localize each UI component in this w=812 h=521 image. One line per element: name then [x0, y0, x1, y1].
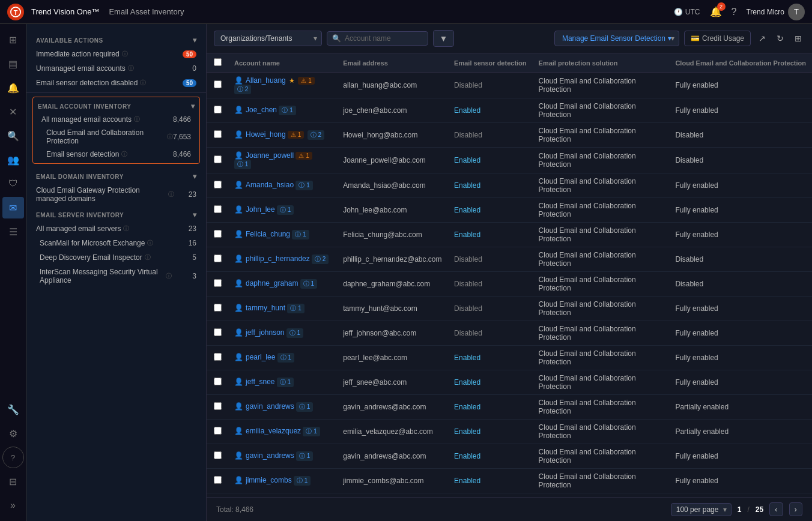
server-deep-discovery[interactable]: Deep Discovery Email Inspector ⓘ 5 [26, 250, 206, 265]
sidebar-icon-home[interactable]: ⊞ [2, 29, 24, 50]
manage-dropdown-wrapper[interactable]: Manage Email Sensor Detection ▾ [554, 31, 679, 46]
columns-button[interactable]: ⊞ [792, 31, 805, 46]
search-box[interactable]: 🔍 [327, 31, 428, 46]
user-menu[interactable]: Trend Micro T [746, 4, 805, 20]
row-checkbox-0[interactable] [214, 80, 222, 88]
account-link[interactable]: phillip_c_hernandez [246, 254, 310, 263]
row-checkbox-10[interactable] [214, 328, 222, 336]
refresh-button[interactable]: ↻ [774, 31, 787, 46]
domain-cloud-gateway[interactable]: Cloud Email Gateway Protection managed d… [26, 183, 206, 206]
email-domain-header[interactable]: EMAIL DOMAIN INVENTORY ▾ [26, 167, 206, 183]
account-link[interactable]: Joe_chen [246, 106, 277, 114]
row-checkbox-7[interactable] [214, 254, 222, 262]
account-link[interactable]: jimmie_combs [246, 476, 292, 484]
prev-page-button[interactable]: ‹ [769, 502, 783, 516]
row-checkbox-1[interactable] [214, 106, 222, 113]
account-link[interactable]: emilia_velazquez [246, 427, 301, 435]
user-icon: 👤 [234, 476, 243, 484]
server-all-managed[interactable]: All managed email servers ⓘ 23 [26, 221, 206, 236]
row-checkbox-14[interactable] [214, 427, 222, 435]
row-checkbox-13[interactable] [214, 402, 222, 410]
email-server-header[interactable]: EMAIL SERVER INVENTORY ▾ [26, 206, 206, 221]
table-footer: Total: 8,466 100 per page 50 per page 25… [207, 497, 812, 521]
star-icon: ★ [289, 77, 295, 84]
row-checkbox-2[interactable] [214, 130, 222, 138]
email-cell: allan_huang@abc.com [337, 73, 448, 98]
account-all-managed[interactable]: All managed email accounts ⓘ 8,466 [33, 113, 199, 126]
sidebar-icon-close[interactable]: ✕ [2, 101, 24, 122]
account-link[interactable]: tammy_hunt [246, 304, 285, 312]
email-account-inventory-header[interactable]: EMAIL ACCOUNT INVENTORY ▾ [33, 100, 199, 113]
account-link[interactable]: Howei_hong [246, 130, 286, 139]
share-button[interactable]: ↗ [756, 31, 769, 46]
email-cell: daphne_graham@abc.com [337, 272, 448, 297]
server-interscan[interactable]: InterScan Messaging Security Virtual App… [26, 265, 206, 288]
sidebar-icon-grid[interactable]: ⊟ [2, 471, 24, 492]
per-page-wrapper[interactable]: 100 per page 50 per page 25 per page [671, 503, 732, 516]
account-link[interactable]: Joanne_powell [246, 151, 294, 160]
header-sensor-detection: Email sensor detection [448, 53, 532, 73]
sidebar-icon-help[interactable]: ? [2, 447, 24, 468]
row-checkbox-9[interactable] [214, 304, 222, 312]
action-unmanaged[interactable]: Unmanaged email accounts ⓘ 0 [26, 61, 206, 76]
row-checkbox-15[interactable] [214, 451, 222, 459]
sidebar-icon-users[interactable]: 👥 [2, 149, 24, 170]
credit-usage-button[interactable]: 💳 Credit Usage [684, 31, 751, 46]
account-link[interactable]: John_lee [246, 205, 275, 214]
utc-clock[interactable]: 🕐 UTC [674, 8, 700, 16]
protection-solution-cell: Cloud Email and Collaboration Protection [533, 346, 670, 370]
action-sensor-disabled[interactable]: Email sensor detection disabled ⓘ 50 [26, 76, 206, 90]
logo[interactable]: T [7, 4, 24, 20]
row-checkbox-16[interactable] [214, 476, 222, 484]
search-input[interactable] [345, 34, 423, 43]
account-link[interactable]: gavin_andrews [246, 402, 294, 411]
sidebar-icon-list[interactable]: ☰ [2, 221, 24, 242]
row-checkbox-8[interactable] [214, 279, 222, 287]
row-checkbox-5[interactable] [214, 205, 222, 213]
cloud-protection-cell: Fully enabled [669, 469, 812, 493]
account-link[interactable]: Felicia_chung [246, 230, 290, 238]
row-checkbox-12[interactable] [214, 378, 222, 385]
account-link[interactable]: jeff_johnson [246, 328, 285, 337]
sidebar-icon-alerts[interactable]: 🔔 [2, 77, 24, 98]
notification-bell[interactable]: 🔔 2 [710, 6, 722, 17]
row-checkbox-3[interactable] [214, 155, 222, 163]
select-all-checkbox[interactable] [214, 58, 222, 66]
email-cell: emilia_velazquez@abc.com [337, 420, 448, 444]
account-email-sensor[interactable]: Email sensor detection ⓘ 8,466 [33, 148, 199, 161]
account-link[interactable]: jeff_snee [246, 378, 275, 386]
sensor-detection-cell: Enabled [448, 469, 532, 493]
filter-dropdown[interactable]: Organizations/Tenants Account name Email… [214, 31, 322, 46]
sensor-detection-cell: Enabled [448, 223, 532, 247]
row-checkbox-6[interactable] [214, 230, 222, 238]
account-cloud-email[interactable]: Cloud Email and Collaboration Protection… [33, 126, 199, 148]
sidebar-icon-gear[interactable]: ⚙ [2, 423, 24, 444]
sidebar-icon-dashboard[interactable]: ▤ [2, 53, 24, 74]
account-link[interactable]: Amanda_hsiao [246, 181, 294, 189]
action-immediate[interactable]: Immediate action required ⓘ 50 [26, 47, 206, 61]
sensor-detection-cell: Disabled [448, 321, 532, 346]
help-button[interactable]: ? [732, 7, 737, 17]
per-page-select[interactable]: 100 per page 50 per page 25 per page [671, 503, 732, 516]
email-cell: jeff_johnson@abc.com [337, 321, 448, 346]
sidebar-icon-wrench[interactable]: 🔧 [2, 399, 24, 420]
row-checkbox-4[interactable] [214, 181, 222, 188]
filter-button[interactable]: ▼ [433, 30, 455, 47]
account-link[interactable]: Allan_huang [246, 76, 286, 85]
sidebar-icon-expand[interactable]: » [2, 495, 24, 516]
sidebar-icon-shield[interactable]: 🛡 [2, 173, 24, 194]
info-badge: ⓘ 1 [292, 230, 309, 239]
server-scanmail[interactable]: ScanMail for Microsoft Exchange ⓘ 16 [26, 236, 206, 250]
protection-solution-cell: Cloud Email and Collaboration Protection [533, 73, 670, 98]
account-link[interactable]: pearl_lee [246, 353, 275, 361]
avatar[interactable]: T [788, 4, 805, 20]
account-link[interactable]: gavin_andrews [246, 451, 294, 460]
sidebar-icon-email[interactable]: ✉ [2, 197, 24, 218]
available-actions-header[interactable]: AVAILABLE ACTIONS ▾ [26, 31, 206, 47]
account-link[interactable]: daphne_graham [246, 279, 298, 288]
sidebar-icon-search[interactable]: 🔍 [2, 125, 24, 146]
next-page-button[interactable]: › [789, 502, 802, 516]
row-checkbox-11[interactable] [214, 353, 222, 361]
manage-email-sensor-button[interactable]: Manage Email Sensor Detection ▾ [554, 31, 679, 46]
filter-dropdown-wrapper[interactable]: Organizations/Tenants Account name Email… [214, 31, 322, 46]
